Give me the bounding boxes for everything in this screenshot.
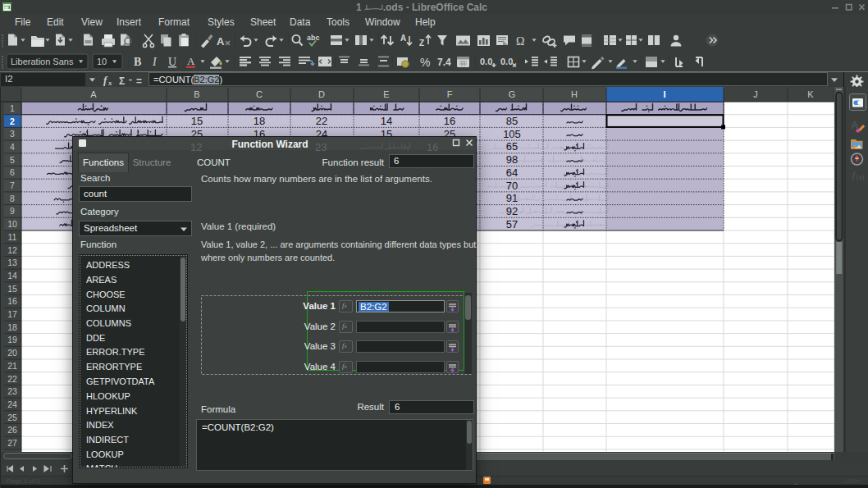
svg-text:5: 5 xyxy=(10,155,15,165)
svg-text:U: U xyxy=(168,56,176,68)
svg-text:65: 65 xyxy=(506,140,518,153)
svg-text:15: 15 xyxy=(191,115,203,127)
svg-text:B: B xyxy=(194,89,199,99)
svg-text:57: 57 xyxy=(506,218,518,230)
svg-text:23: 23 xyxy=(7,386,17,396)
svg-text:(x): (x) xyxy=(857,174,865,181)
svg-text:18: 18 xyxy=(7,322,17,332)
svg-text:27: 27 xyxy=(7,438,17,448)
svg-text:17: 17 xyxy=(7,309,17,319)
svg-text:A: A xyxy=(400,34,406,43)
svg-text:Z: Z xyxy=(419,39,424,48)
svg-text:=: = xyxy=(136,75,142,87)
svg-text:K: K xyxy=(807,89,814,99)
svg-text:E: E xyxy=(383,89,389,99)
svg-text:25: 25 xyxy=(7,413,17,422)
svg-text:26: 26 xyxy=(7,425,17,435)
svg-text:105: 105 xyxy=(503,128,521,140)
svg-text:64: 64 xyxy=(506,166,518,179)
svg-text:10: 10 xyxy=(7,219,17,229)
svg-text:B: B xyxy=(134,56,141,68)
svg-text:1: 1 xyxy=(10,103,15,113)
svg-text:I: I xyxy=(663,89,665,99)
svg-text:2: 2 xyxy=(10,116,15,126)
svg-text:70: 70 xyxy=(506,180,518,192)
svg-text:Liberation Sans: Liberation Sans xyxy=(11,57,74,66)
svg-text:13: 13 xyxy=(7,258,17,267)
svg-text:7: 7 xyxy=(10,180,15,190)
svg-text:12: 12 xyxy=(7,245,17,255)
svg-text:98: 98 xyxy=(506,153,518,166)
svg-text:9: 9 xyxy=(10,206,15,216)
svg-text:C: C xyxy=(256,89,263,99)
svg-text:Σ: Σ xyxy=(119,75,125,87)
svg-text:24: 24 xyxy=(7,399,17,409)
svg-text:20: 20 xyxy=(7,348,17,358)
svg-text:16: 16 xyxy=(444,115,455,127)
svg-text:A: A xyxy=(187,55,195,67)
svg-text:x: x xyxy=(107,79,112,87)
svg-text:14: 14 xyxy=(7,271,17,280)
svg-text:10: 10 xyxy=(97,57,107,66)
svg-text:abc: abc xyxy=(307,34,320,42)
svg-text:19: 19 xyxy=(7,335,17,344)
svg-text:I: I xyxy=(152,56,158,68)
svg-text:3: 3 xyxy=(10,129,15,139)
svg-text:22: 22 xyxy=(316,115,327,127)
svg-text:0.0: 0.0 xyxy=(500,57,513,66)
svg-text:%: % xyxy=(420,56,430,69)
svg-text:6: 6 xyxy=(10,167,15,177)
svg-text:85: 85 xyxy=(506,115,518,127)
svg-text:A: A xyxy=(217,35,225,48)
svg-text:J: J xyxy=(753,89,758,99)
svg-text:16: 16 xyxy=(7,296,17,306)
svg-text:8: 8 xyxy=(10,194,15,203)
svg-text:4: 4 xyxy=(10,142,15,152)
svg-text:11: 11 xyxy=(8,232,17,242)
svg-text:7.4: 7.4 xyxy=(437,57,451,68)
svg-text:F: F xyxy=(447,89,453,99)
svg-text:14: 14 xyxy=(381,115,392,127)
svg-text:15: 15 xyxy=(7,284,17,294)
svg-text:18: 18 xyxy=(254,115,265,127)
svg-text:D: D xyxy=(318,89,325,99)
svg-text:0.0: 0.0 xyxy=(480,57,492,66)
svg-text:21: 21 xyxy=(7,361,17,371)
svg-text:H: H xyxy=(571,89,578,99)
svg-text:Ω: Ω xyxy=(516,35,524,48)
svg-text:A: A xyxy=(90,89,97,99)
svg-text:G: G xyxy=(509,89,516,99)
svg-text:22: 22 xyxy=(7,374,17,384)
